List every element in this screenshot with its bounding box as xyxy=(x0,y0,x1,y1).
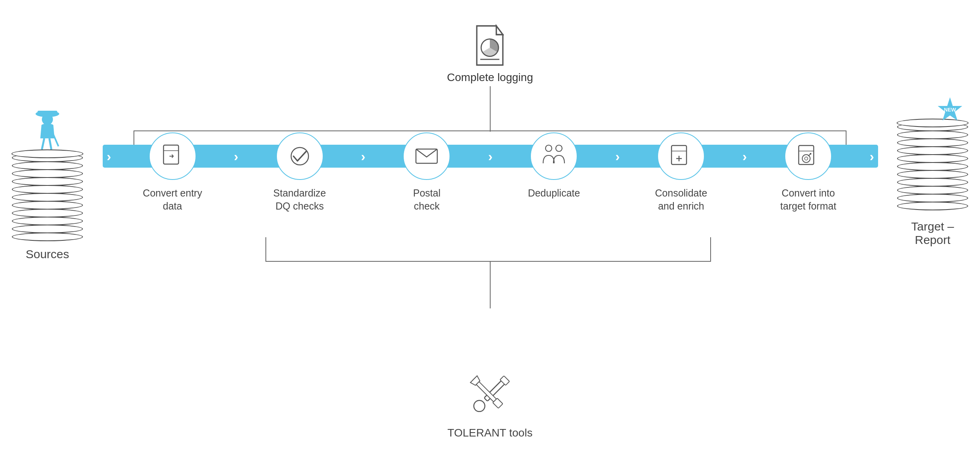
svg-text:NEW: NEW xyxy=(944,107,956,113)
convert-entry-icon xyxy=(162,144,183,168)
node-convert-entry-circle xyxy=(149,132,196,180)
target-label: Target – Report xyxy=(911,220,954,247)
svg-point-4 xyxy=(42,114,53,125)
node-convert-target-label: Convert into target format xyxy=(777,187,840,212)
node-consolidate-label: Consolidate and enrich xyxy=(649,187,713,212)
chevron-3: › xyxy=(488,149,493,164)
tools-vertical-line xyxy=(490,261,491,308)
logging-section: Complete logging xyxy=(447,24,533,84)
node-postal[interactable]: Postal check xyxy=(403,132,450,180)
node-standardize[interactable]: Standardize DQ checks xyxy=(276,132,324,180)
svg-point-13 xyxy=(556,145,562,151)
tools-label: TOLERANT tools xyxy=(448,427,532,439)
node-consolidate-circle xyxy=(657,132,705,180)
chevron-5: › xyxy=(743,149,747,164)
target-section: NEW Target – Report xyxy=(897,107,968,247)
source-label: Sources xyxy=(26,248,69,261)
svg-point-26 xyxy=(472,398,487,414)
node-convert-entry-label: Convert entry data xyxy=(141,187,204,212)
tools-bracket-left-leg xyxy=(265,237,266,262)
new-badge: NEW xyxy=(936,96,964,126)
postal-icon xyxy=(414,146,439,166)
svg-line-6 xyxy=(42,138,44,149)
convert-target-icon xyxy=(797,144,820,168)
svg-rect-8 xyxy=(164,145,179,164)
node-deduplicate[interactable]: Deduplicate xyxy=(530,132,577,180)
logging-vertical-line xyxy=(490,86,491,132)
node-postal-circle xyxy=(403,132,450,180)
node-consolidate[interactable]: Consolidate and enrich xyxy=(657,132,705,180)
node-deduplicate-circle xyxy=(530,132,577,180)
target-disc-stack xyxy=(897,123,968,210)
chevron-6: › xyxy=(870,149,874,164)
pipeline-area: › Convert entry data › xyxy=(103,134,878,178)
svg-line-5 xyxy=(53,134,58,146)
source-person-icon xyxy=(24,107,71,150)
node-standardize-label: Standardize DQ checks xyxy=(268,187,331,212)
svg-point-12 xyxy=(545,145,552,151)
chevron-4: › xyxy=(615,149,620,164)
svg-line-7 xyxy=(49,138,51,149)
deduplicate-icon xyxy=(540,144,568,169)
node-convert-target-circle xyxy=(784,132,832,180)
svg-rect-14 xyxy=(672,146,687,164)
pipeline-nodes-row: › Convert entry data › xyxy=(103,134,878,178)
logging-icon xyxy=(472,24,508,67)
consolidate-icon xyxy=(670,144,692,168)
tools-section: TOLERANT tools xyxy=(448,370,532,439)
node-standardize-circle xyxy=(276,132,324,180)
chevron-0: › xyxy=(107,149,111,164)
node-postal-label: Postal check xyxy=(395,187,458,212)
standardize-icon xyxy=(288,144,312,168)
node-convert-target[interactable]: Convert into target format xyxy=(784,132,832,180)
chevron-1: › xyxy=(234,149,238,164)
logging-bracket-horizontal xyxy=(134,130,846,131)
tools-bracket-right-leg xyxy=(710,237,711,262)
node-convert-entry[interactable]: Convert entry data xyxy=(149,132,196,180)
source-section: Sources xyxy=(12,107,83,261)
tools-icon xyxy=(464,370,515,421)
logging-label: Complete logging xyxy=(447,71,533,84)
tools-bracket-horizontal xyxy=(265,261,711,262)
source-disc-stack xyxy=(12,153,83,241)
node-deduplicate-label: Deduplicate xyxy=(522,187,585,200)
diagram-container: Complete logging xyxy=(0,0,980,463)
chevron-2: › xyxy=(361,149,365,164)
